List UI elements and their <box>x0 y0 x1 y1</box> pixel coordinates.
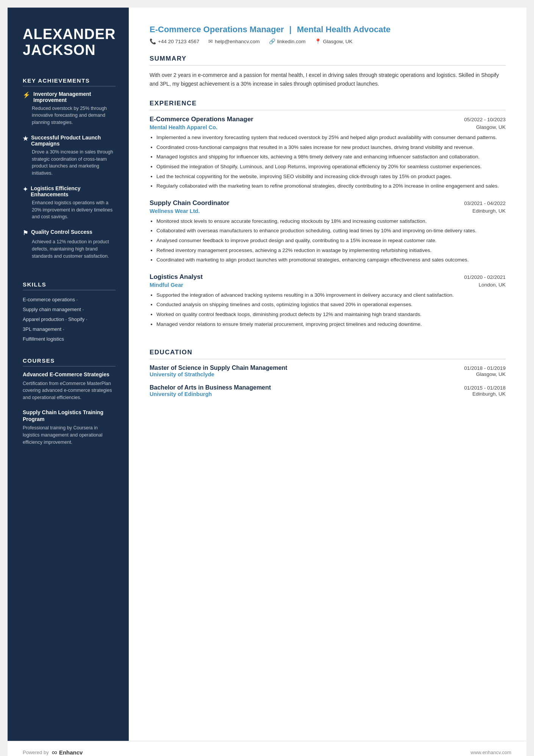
sidebar: ALEXANDER JACKSON KEY ACHIEVEMENTS ⚡ Inv… <box>8 8 129 741</box>
exp-dates-3: 01/2020 - 02/2021 <box>464 274 506 280</box>
edu-header-1: Master of Science in Supply Chain Manage… <box>150 365 506 371</box>
bullet-3-4: Managed vendor relations to ensure timel… <box>156 320 506 329</box>
achievement-4-desc: Achieved a 12% reduction in product defe… <box>23 238 116 260</box>
bullet-2-2: Collaborated with overseas manufacturers… <box>156 227 506 235</box>
edu-dates-1: 01/2018 - 01/2019 <box>464 365 506 371</box>
achievement-2-title: Successful Product Launch Campaigns <box>31 135 116 147</box>
skill-5: 3PL management <box>23 326 64 332</box>
achievement-1: ⚡ Inventory Management Improvement Reduc… <box>23 91 116 126</box>
enhancv-symbol-icon: ∞ <box>52 748 57 756</box>
skill-4: Shopify <box>68 316 87 322</box>
contact-line: 📞 +44 20 7123 4567 ✉ help@enhancv.com 🔗 … <box>150 38 506 44</box>
experience-section: EXPERIENCE E-Commerce Operations Manager… <box>150 100 506 337</box>
phone-contact: 📞 +44 20 7123 4567 <box>150 38 199 44</box>
email-icon: ✉ <box>208 38 213 44</box>
location-text: Glasgow, UK <box>323 39 353 44</box>
exp-title-3: Logistics Analyst <box>150 273 203 281</box>
edu-degree-1: Master of Science in Supply Chain Manage… <box>150 365 287 371</box>
main-header: E-Commerce Operations Manager | Mental H… <box>150 25 506 44</box>
powered-by-label: Powered by <box>23 750 49 755</box>
course-1-desc: Certification from eCommerce MasterPlan … <box>23 380 116 401</box>
exp-dates-1: 05/2022 - 10/2023 <box>464 117 506 122</box>
exp-bullets-2: Monitored stock levels to ensure accurat… <box>150 217 506 264</box>
phone-icon: 📞 <box>150 38 156 44</box>
enhancv-logo: ∞ Enhancv <box>52 748 83 756</box>
job-title-line: E-Commerce Operations Manager | Mental H… <box>150 25 506 34</box>
exp-company-1: Mental Health Apparel Co. <box>150 124 217 130</box>
course-2-title: Supply Chain Logistics Training Program <box>23 409 116 423</box>
achievement-3: ✦ Logistics Efficiency Enhancements Enha… <box>23 185 116 221</box>
education-section: EDUCATION Master of Science in Supply Ch… <box>150 349 506 404</box>
bullet-1-1: Implemented a new inventory forecasting … <box>156 133 506 142</box>
edu-dates-2: 01/2015 - 01/2018 <box>464 385 506 391</box>
achievement-2: ★ Successful Product Launch Campaigns Dr… <box>23 135 116 177</box>
exp-bullets-3: Supported the integration of advanced tr… <box>150 291 506 328</box>
lightning-icon: ⚡ <box>23 91 30 99</box>
candidate-name: ALEXANDER JACKSON <box>23 27 116 58</box>
exp-company-2: Wellness Wear Ltd. <box>150 208 200 214</box>
resume-page: ALEXANDER JACKSON KEY ACHIEVEMENTS ⚡ Inv… <box>8 8 526 756</box>
edu-entry-2: Bachelor of Arts in Business Management … <box>150 384 506 397</box>
bullet-3-1: Supported the integration of advanced tr… <box>156 291 506 299</box>
exp-bullets-1: Implemented a new inventory forecasting … <box>150 133 506 190</box>
bullet-3-2: Conducted analysis on shipping timelines… <box>156 301 506 309</box>
exp-entry-2: Supply Chain Coordinator 03/2021 - 04/20… <box>150 199 506 264</box>
edu-header-2: Bachelor of Arts in Business Management … <box>150 384 506 391</box>
bullet-1-6: Regularly collaborated with the marketin… <box>156 182 506 190</box>
summary-title: SUMMARY <box>150 55 506 66</box>
brand-name: Enhancv <box>59 749 83 756</box>
phone-number: +44 20 7123 4567 <box>158 39 199 44</box>
achievements-title: KEY ACHIEVEMENTS <box>23 77 116 86</box>
flag-icon: ⚑ <box>23 229 28 236</box>
edu-school-line-1: University of Strathclyde Glasgow, UK <box>150 371 506 377</box>
skill-3: Apparel production <box>23 316 67 322</box>
bullet-2-4: Refined inventory management processes, … <box>156 246 506 255</box>
last-name: JACKSON <box>23 42 96 58</box>
skill-1: E-commerce operations <box>23 297 78 302</box>
bullet-2-1: Monitored stock levels to ensure accurat… <box>156 217 506 225</box>
bullet-1-4: Optimised the integration of Shopify, Lu… <box>156 163 506 171</box>
edu-school-2: University of Edinburgh <box>150 391 212 397</box>
education-title: EDUCATION <box>150 349 506 359</box>
link-icon: 🔗 <box>269 38 275 44</box>
skills-section: SKILLS E-commerce operations Supply chai… <box>23 281 116 344</box>
sparkle-icon: ✦ <box>23 186 28 193</box>
bullet-2-5: Coordinated with marketing to align prod… <box>156 256 506 264</box>
course-1-title: Advanced E-Commerce Strategies <box>23 371 116 378</box>
experience-title: EXPERIENCE <box>150 100 506 110</box>
page-footer: Powered by ∞ Enhancv www.enhancv.com <box>8 741 526 756</box>
job-title-mental: Mental Health Advocate <box>297 25 390 34</box>
bullet-1-3: Managed logistics and shipping for influ… <box>156 153 506 161</box>
course-2-desc: Professional training by Coursera in log… <box>23 424 116 446</box>
exp-location-3: London, UK <box>479 282 506 288</box>
job-title-ecommerce: E-Commerce Operations Manager <box>150 25 284 34</box>
summary-text: With over 2 years in e-commerce and a pa… <box>150 71 506 88</box>
exp-header-3: Logistics Analyst 01/2020 - 02/2021 <box>150 273 506 281</box>
exp-entry-1: E-Commerce Operations Manager 05/2022 - … <box>150 116 506 190</box>
footer-left: Powered by ∞ Enhancv <box>23 748 83 756</box>
edu-school-1: University of Strathclyde <box>150 371 214 377</box>
exp-location-2: Edinburgh, UK <box>472 208 506 214</box>
achievements-section: KEY ACHIEVEMENTS ⚡ Inventory Management … <box>23 77 116 268</box>
title-separator: | <box>289 25 294 34</box>
skill-6: Fulfillment logistics <box>23 336 64 342</box>
website-url: linkedin.com <box>277 39 306 44</box>
main-content: E-Commerce Operations Manager | Mental H… <box>129 8 526 741</box>
edu-location-1: Glasgow, UK <box>476 371 506 377</box>
exp-title-1: E-Commerce Operations Manager <box>150 116 253 123</box>
bullet-3-3: Worked on quality control feedback loops… <box>156 310 506 319</box>
edu-location-2: Edinburgh, UK <box>472 391 506 397</box>
bullet-1-5: Led the technical copywriting for the we… <box>156 172 506 181</box>
website-contact: 🔗 linkedin.com <box>269 38 306 44</box>
course-1: Advanced E-Commerce Strategies Certifica… <box>23 371 116 401</box>
exp-company-line-3: Mindful Gear London, UK <box>150 282 506 288</box>
exp-location-1: Glasgow, UK <box>476 124 506 130</box>
course-2: Supply Chain Logistics Training Program … <box>23 409 116 446</box>
edu-school-line-2: University of Edinburgh Edinburgh, UK <box>150 391 506 397</box>
location-contact: 📍 Glasgow, UK <box>315 38 353 44</box>
edu-entry-1: Master of Science in Supply Chain Manage… <box>150 365 506 377</box>
edu-degree-2: Bachelor of Arts in Business Management <box>150 384 271 391</box>
bullet-2-3: Analysed consumer feedback to improve pr… <box>156 236 506 245</box>
star-icon: ★ <box>23 135 28 142</box>
skills-title: SKILLS <box>23 281 116 290</box>
